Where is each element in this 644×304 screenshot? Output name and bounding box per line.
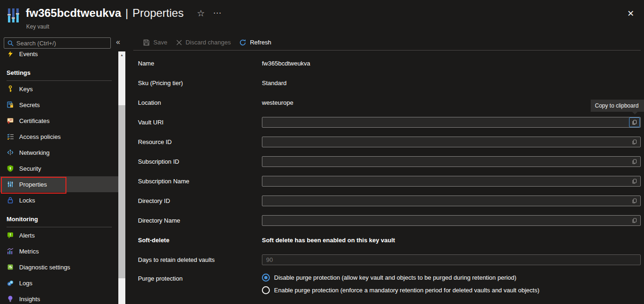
form-row-soft-delete: Soft-delete Soft delete has been enabled…: [138, 230, 641, 250]
directory-name-field[interactable]: [262, 215, 641, 226]
subscription-id-field[interactable]: [262, 156, 641, 167]
resource-type-subtitle: Key vault: [26, 23, 49, 30]
document-lock-icon: [7, 101, 14, 109]
field-label: Purge protection: [138, 271, 262, 282]
copy-icon: [631, 217, 637, 224]
sidebar-item-locks[interactable]: Locks: [0, 192, 118, 208]
field-label: Location: [138, 99, 262, 106]
logs-icon: [7, 279, 14, 287]
sidebar-item-diagnostic-settings[interactable]: Diagnostic settings: [0, 259, 118, 275]
form-row-retention-days: Days to retain deleted vaults: [138, 250, 641, 269]
field-value: westeurope: [262, 99, 293, 106]
radio-unselected-icon[interactable]: [262, 286, 270, 294]
page-title: fw365bcdtweukva | Properties: [26, 7, 184, 20]
radio-option-enable-purge[interactable]: Enable purge protection (enforce a manda…: [262, 284, 539, 297]
sidebar-item-logs[interactable]: Logs: [0, 275, 118, 291]
copy-icon: [631, 119, 637, 125]
key-icon: [7, 85, 14, 93]
field-label: Vault URI: [138, 119, 262, 126]
copy-button[interactable]: [629, 157, 640, 166]
properties-form: Name fw365bcdtweukva Sku (Pricing tier) …: [138, 53, 641, 297]
sidebar-item-secrets[interactable]: Secrets: [0, 97, 118, 113]
form-row-subscription-name: Subscription Name: [138, 171, 641, 191]
sidebar-item-alerts[interactable]: Alerts: [0, 227, 118, 243]
blade-name: Properties: [132, 7, 183, 20]
field-label: Name: [138, 60, 262, 67]
copy-button[interactable]: [629, 176, 640, 186]
field-value: Standard: [262, 80, 287, 87]
padlock-icon: [7, 196, 14, 204]
subscription-name-field[interactable]: [262, 176, 641, 187]
network-icon: [7, 149, 14, 156]
lightning-icon: [7, 51, 14, 58]
lightbulb-icon: [7, 295, 14, 303]
sidebar-item-certificates[interactable]: Certificates: [0, 113, 118, 129]
field-value: fw365bcdtweukva: [262, 60, 310, 67]
copy-button[interactable]: [629, 216, 640, 225]
search-icon: [7, 40, 14, 47]
resource-name: fw365bcdtweukva: [26, 7, 121, 20]
discard-x-icon: [176, 39, 182, 46]
resource-id-field[interactable]: [262, 137, 641, 147]
radio-option-disable-purge[interactable]: Disable purge protection (allow key vaul…: [262, 271, 539, 284]
form-row-purge-protection: Purge protection Disable purge protectio…: [138, 269, 641, 297]
sidebar-search[interactable]: [4, 37, 111, 49]
sidebar-section-monitoring: Monitoring: [7, 213, 112, 227]
collapse-sidebar-icon[interactable]: «: [116, 38, 120, 46]
sidebar-item-events[interactable]: Events: [0, 51, 118, 62]
alert-bubble-icon: [7, 232, 14, 239]
copy-button[interactable]: [629, 117, 640, 127]
save-icon: [143, 39, 150, 46]
certificate-icon: [7, 117, 14, 124]
keyvault-properties-app-icon: [7, 7, 20, 25]
sidebar-menu: Events Settings Keys Secrets Certificate…: [0, 51, 118, 304]
field-label: Directory Name: [138, 217, 262, 224]
refresh-button[interactable]: Refresh: [239, 39, 271, 46]
radio-label[interactable]: Disable purge protection (allow key vaul…: [274, 274, 516, 281]
more-options-icon[interactable]: …: [213, 6, 222, 16]
discard-changes-button[interactable]: Discard changes: [176, 39, 231, 46]
field-label: Resource ID: [138, 138, 262, 145]
sidebar-item-insights[interactable]: Insights: [0, 291, 118, 304]
radio-label[interactable]: Enable purge protection (enforce a manda…: [274, 287, 539, 294]
soft-delete-status: Soft delete has been enabled on this key…: [262, 237, 395, 244]
field-label: Subscription Name: [138, 178, 262, 185]
save-button[interactable]: Save: [143, 39, 167, 46]
sidebar-section-settings: Settings: [7, 66, 112, 81]
shield-icon: [7, 165, 14, 172]
bar-chart-icon: [7, 247, 14, 255]
form-row-resource-id: Resource ID: [138, 132, 641, 152]
sliders-icon: [7, 181, 14, 188]
favorite-star-icon[interactable]: ☆: [197, 8, 205, 19]
form-row-directory-name: Directory Name: [138, 210, 641, 230]
radio-selected-icon[interactable]: [262, 274, 270, 282]
diagnostics-icon: [7, 263, 14, 271]
copy-button[interactable]: [629, 196, 640, 206]
directory-id-field[interactable]: [262, 195, 641, 206]
purge-protection-radio-group: Disable purge protection (allow key vaul…: [262, 271, 539, 297]
copy-icon: [631, 139, 637, 145]
refresh-icon: [239, 39, 246, 46]
checklist-icon: [7, 133, 14, 140]
sidebar-item-access-policies[interactable]: Access policies: [0, 129, 118, 145]
command-bar: Save Discard changes Refresh: [133, 36, 641, 51]
sidebar-item-properties[interactable]: Properties: [0, 176, 118, 192]
copy-button[interactable]: [629, 137, 640, 147]
sidebar-item-security[interactable]: Security: [0, 160, 118, 176]
close-icon[interactable]: ✕: [627, 8, 634, 19]
sidebar-item-networking[interactable]: Networking: [0, 145, 118, 160]
scrollbar-up-arrow-icon[interactable]: ▲: [118, 51, 125, 58]
scrollbar-thumb[interactable]: [118, 105, 125, 278]
form-row-sku: Sku (Pricing tier) Standard: [138, 73, 641, 93]
form-row-name: Name fw365bcdtweukva: [138, 53, 641, 73]
vault-uri-field[interactable]: [262, 117, 641, 128]
sidebar-item-metrics[interactable]: Metrics: [0, 243, 118, 259]
retention-days-input[interactable]: [262, 254, 641, 265]
search-input[interactable]: [16, 40, 108, 47]
copy-icon: [631, 198, 637, 204]
field-label: Subscription ID: [138, 158, 262, 165]
sidebar-item-keys[interactable]: Keys: [0, 81, 118, 97]
sidebar-scrollbar: ▲: [118, 51, 125, 304]
form-row-directory-id: Directory ID: [138, 191, 641, 210]
title-separator: |: [125, 7, 128, 20]
